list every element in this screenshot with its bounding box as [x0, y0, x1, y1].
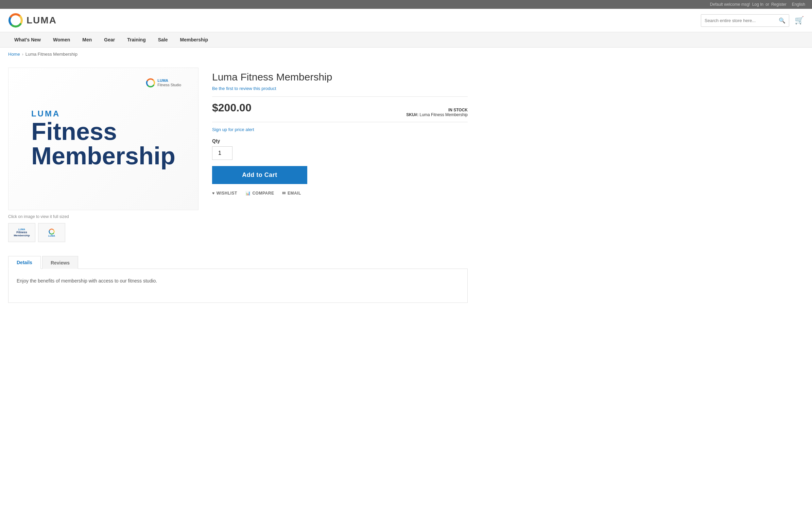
breadcrumb-current: Luma Fitness Membership [26, 51, 77, 57]
review-link[interactable]: Be the first to review this product [212, 86, 468, 91]
tab-reviews[interactable]: Reviews [42, 256, 78, 269]
email-label: EMAIL [288, 191, 301, 196]
email-link[interactable]: ✉ EMAIL [282, 191, 301, 196]
or-separator: or [766, 2, 769, 7]
product-image-text: LUMA Fitness Membership [31, 110, 175, 168]
header: LUMA 🔍 🛒 [0, 9, 812, 32]
product-image-area: LUMA Fitness Studio LUMA Fitness Members… [8, 67, 199, 242]
nav-item-training[interactable]: Training [121, 32, 151, 47]
action-links: ♥ WISHLIST 📊 COMPARE ✉ EMAIL [212, 191, 468, 196]
product-price: $200.00 [212, 102, 251, 114]
nav-item-membership[interactable]: Membership [174, 32, 214, 47]
qty-label: Qty [212, 138, 468, 144]
tabs-header: Details Reviews [8, 256, 468, 269]
language-selector[interactable]: English [792, 2, 805, 7]
in-stock-badge: IN STOCK [406, 108, 468, 112]
search-button[interactable]: 🔍 [775, 15, 789, 27]
wishlist-link[interactable]: ♥ WISHLIST [212, 191, 237, 196]
image-fitness-label: Fitness [31, 119, 175, 144]
nav-item-women[interactable]: Women [47, 32, 76, 47]
qty-input[interactable] [212, 146, 232, 160]
nav-item-gear[interactable]: Gear [98, 32, 121, 47]
breadcrumb: Home › Luma Fitness Membership [0, 47, 812, 61]
studio-logo-text: LUMA Fitness Studio [157, 78, 181, 87]
search-area: 🔍 🛒 [701, 14, 804, 27]
register-link[interactable]: Register [771, 2, 786, 7]
product-info-area: Luma Fitness Membership Be the first to … [212, 67, 468, 242]
search-box[interactable]: 🔍 [701, 14, 789, 27]
logo-area[interactable]: LUMA [8, 13, 57, 28]
compare-label: COMPARE [252, 191, 274, 196]
top-bar: Default welcome msg! Log In or Register … [0, 0, 812, 9]
compare-icon: 📊 [245, 191, 251, 196]
luma-logo-icon [8, 13, 23, 28]
tab-details-content: Enjoy the benefits of membership with ac… [8, 269, 468, 303]
sku-row: SKU#: Luma Fitness Membership [406, 112, 468, 117]
thumbnail-row: LUMA Fitness Membership LUMA [8, 223, 199, 242]
heart-icon: ♥ [212, 191, 215, 196]
add-to-cart-button[interactable]: Add to Cart [212, 166, 307, 184]
product-title: Luma Fitness Membership [212, 71, 468, 83]
product-image-studio-logo: LUMA Fitness Studio [146, 78, 181, 88]
welcome-message: Default welcome msg! [710, 2, 750, 7]
price-alert-link[interactable]: Sign up for price alert [212, 127, 468, 132]
click-hint: Click on image to view it full sized [8, 214, 199, 219]
cart-icon[interactable]: 🛒 [795, 16, 804, 25]
nav-item-whats-new[interactable]: What's New [8, 32, 47, 47]
image-membership-label: Membership [31, 144, 175, 168]
search-input[interactable] [701, 15, 775, 26]
image-luma-label: LUMA [31, 110, 175, 118]
compare-link[interactable]: 📊 COMPARE [245, 191, 274, 196]
thumb2-logo-icon [48, 228, 55, 235]
sku-value: Luma Fitness Membership [420, 112, 468, 117]
wishlist-label: WISHLIST [217, 191, 237, 196]
thumbnail-1[interactable]: LUMA Fitness Membership [8, 223, 35, 242]
logo-text: LUMA [27, 15, 57, 26]
breadcrumb-separator: › [22, 52, 24, 57]
email-icon: ✉ [282, 191, 286, 196]
product-main-image[interactable]: LUMA Fitness Studio LUMA Fitness Members… [8, 67, 199, 210]
nav-item-sale[interactable]: Sale [152, 32, 174, 47]
sku-label: SKU#: [406, 112, 418, 117]
breadcrumb-home[interactable]: Home [8, 51, 20, 57]
thumbnail-2[interactable]: LUMA [38, 223, 65, 242]
stock-sku-area: IN STOCK SKU#: Luma Fitness Membership [406, 108, 468, 117]
nav-item-men[interactable]: Men [76, 32, 98, 47]
main-content: LUMA Fitness Studio LUMA Fitness Members… [0, 61, 476, 249]
navigation: What's New Women Men Gear Training Sale … [0, 32, 812, 47]
tab-details[interactable]: Details [8, 256, 41, 269]
tabs-section: Details Reviews Enjoy the benefits of me… [0, 249, 476, 310]
details-text: Enjoy the benefits of membership with ac… [17, 277, 459, 285]
login-link[interactable]: Log In [752, 2, 764, 7]
price-row: $200.00 IN STOCK SKU#: Luma Fitness Memb… [212, 96, 468, 122]
studio-logo-icon [146, 78, 155, 88]
